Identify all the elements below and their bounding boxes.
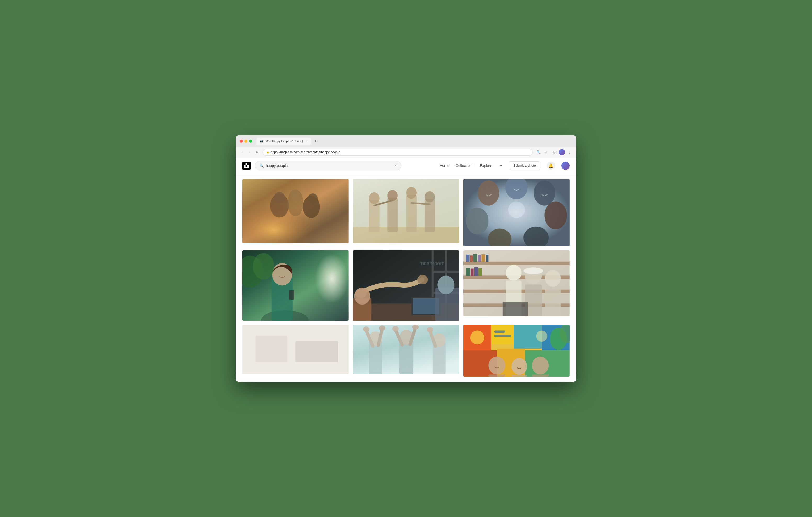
active-tab[interactable]: 📷 500+ Happy People Pictures | ✕ bbox=[256, 138, 311, 145]
browser-window: 📷 500+ Happy People Pictures | ✕ + ‹ › ↻… bbox=[236, 135, 576, 382]
url-bar[interactable]: 🔒 https://unsplash.com/search/photos/hap… bbox=[263, 149, 532, 155]
photo-item-2[interactable] bbox=[353, 179, 459, 243]
back-button[interactable]: ‹ bbox=[239, 149, 245, 155]
svg-rect-83 bbox=[295, 341, 338, 362]
photo-image-2 bbox=[353, 179, 459, 243]
photo-item-7[interactable] bbox=[242, 325, 349, 374]
bell-icon: 🔔 bbox=[548, 163, 554, 168]
photo-item-3[interactable] bbox=[463, 179, 570, 246]
url-text: https://unsplash.com/search/photos/happy… bbox=[271, 150, 529, 154]
svg-point-117 bbox=[512, 358, 527, 374]
svg-rect-111 bbox=[494, 335, 511, 337]
nav-home[interactable]: Home bbox=[439, 163, 449, 168]
menu-icon: ⋮ bbox=[568, 150, 572, 154]
back-icon: ‹ bbox=[242, 150, 243, 154]
traffic-lights bbox=[240, 140, 252, 143]
photo-image-1 bbox=[242, 179, 349, 243]
svg-rect-21 bbox=[353, 179, 459, 243]
svg-point-76 bbox=[545, 270, 561, 287]
svg-rect-71 bbox=[478, 268, 482, 276]
unsplash-logo-icon bbox=[244, 163, 249, 168]
svg-point-25 bbox=[478, 180, 499, 206]
photo-item-1[interactable] bbox=[242, 179, 349, 243]
photo-image-7 bbox=[242, 325, 349, 374]
svg-rect-8 bbox=[242, 179, 349, 243]
photo-image-8 bbox=[353, 325, 459, 374]
photo-item-9[interactable] bbox=[463, 325, 570, 377]
tab-favicon: 📷 bbox=[260, 139, 263, 143]
photo-item-4[interactable] bbox=[242, 250, 349, 321]
tab-title: 500+ Happy People Pictures | bbox=[265, 140, 303, 143]
svg-point-100 bbox=[427, 327, 433, 332]
bookmark-button[interactable]: ☆ bbox=[543, 149, 549, 155]
search-icon: 🔍 bbox=[536, 150, 541, 154]
svg-point-55 bbox=[437, 275, 455, 294]
star-icon: ☆ bbox=[545, 150, 548, 154]
svg-point-72 bbox=[506, 265, 522, 280]
browser-menu-button[interactable]: ⋮ bbox=[567, 149, 573, 155]
svg-point-24 bbox=[508, 202, 525, 218]
nav-more-button[interactable]: ··· bbox=[499, 163, 502, 168]
svg-rect-37 bbox=[289, 290, 294, 300]
photo-grid: mashroom bbox=[236, 174, 576, 382]
svg-rect-68 bbox=[466, 268, 470, 276]
search-bar[interactable]: 🔍 happy people × bbox=[255, 161, 401, 171]
nav-collections[interactable]: Collections bbox=[456, 163, 473, 168]
search-clear-button[interactable]: × bbox=[395, 163, 397, 168]
photo-image-9 bbox=[463, 325, 570, 377]
unsplash-logo[interactable] bbox=[242, 161, 251, 170]
minimize-button[interactable] bbox=[244, 140, 248, 143]
photo-item-8[interactable] bbox=[353, 325, 459, 374]
tabs-row: 📷 500+ Happy People Pictures | ✕ + bbox=[256, 138, 572, 145]
svg-rect-58 bbox=[463, 262, 570, 265]
svg-rect-120 bbox=[532, 374, 549, 377]
svg-rect-118 bbox=[512, 375, 527, 377]
nav-links: Home Collections Explore ··· Submit a ph… bbox=[439, 161, 570, 170]
svg-point-119 bbox=[532, 357, 549, 374]
submit-photo-button[interactable]: Submit a photo bbox=[509, 161, 541, 170]
extensions-button[interactable]: ⊞ bbox=[551, 149, 557, 155]
svg-rect-67 bbox=[486, 254, 489, 262]
svg-rect-62 bbox=[466, 254, 470, 262]
svg-point-31 bbox=[466, 208, 489, 235]
svg-point-112 bbox=[536, 331, 548, 342]
photo-item-6[interactable] bbox=[463, 250, 570, 316]
svg-rect-65 bbox=[478, 255, 481, 262]
page-content: 🔍 happy people × Home Collections Explor… bbox=[236, 158, 576, 382]
search-input-value: happy people bbox=[266, 163, 393, 168]
browser-user-avatar[interactable] bbox=[559, 149, 565, 155]
search-icon: 🔍 bbox=[259, 163, 264, 168]
photo-image-3 bbox=[463, 179, 570, 246]
browser-actions: 🔍 ☆ ⊞ ⋮ bbox=[535, 149, 573, 155]
notification-button[interactable]: 🔔 bbox=[547, 161, 555, 170]
nav-explore[interactable]: Explore bbox=[480, 163, 492, 168]
svg-point-96 bbox=[363, 327, 369, 332]
svg-rect-82 bbox=[256, 336, 288, 362]
tab-close-button[interactable]: ✕ bbox=[304, 139, 308, 143]
new-tab-button[interactable]: + bbox=[312, 138, 319, 145]
browser-search-button[interactable]: 🔍 bbox=[535, 149, 542, 155]
svg-point-97 bbox=[379, 326, 385, 331]
photo-image-6 bbox=[463, 250, 570, 316]
lock-icon: 🔒 bbox=[266, 151, 269, 153]
svg-point-51 bbox=[417, 275, 428, 284]
reload-button[interactable]: ↻ bbox=[254, 149, 260, 155]
close-button[interactable] bbox=[240, 140, 243, 143]
photo-image-5: mashroom bbox=[353, 250, 459, 321]
photo-item-5[interactable]: mashroom bbox=[353, 250, 459, 321]
svg-rect-66 bbox=[482, 254, 485, 262]
maximize-button[interactable] bbox=[249, 140, 252, 143]
reload-icon: ↻ bbox=[256, 150, 258, 154]
svg-rect-110 bbox=[494, 331, 505, 333]
svg-text:mashroom: mashroom bbox=[419, 260, 444, 266]
user-avatar[interactable] bbox=[561, 161, 570, 170]
nav-buttons: ‹ › ↻ bbox=[239, 149, 260, 155]
svg-rect-69 bbox=[471, 268, 474, 276]
forward-icon: › bbox=[249, 150, 250, 154]
stack-icon: ⊞ bbox=[552, 150, 556, 154]
unsplash-navbar: 🔍 happy people × Home Collections Explor… bbox=[236, 158, 576, 174]
forward-button[interactable]: › bbox=[246, 149, 253, 155]
svg-rect-77 bbox=[545, 287, 561, 316]
svg-point-27 bbox=[534, 180, 555, 206]
svg-point-39 bbox=[253, 253, 274, 280]
